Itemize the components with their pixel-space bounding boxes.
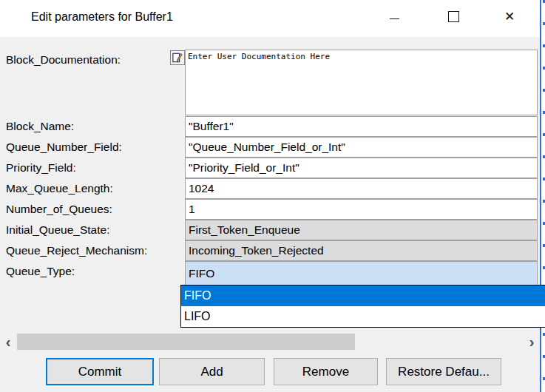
label-priority-field: Priority_Field: (6, 161, 76, 175)
label-queue-reject-mechanism: Queue_Reject_Mechanism: (6, 244, 147, 257)
max-queue-length-input[interactable] (185, 178, 538, 199)
queue-number-field-input[interactable] (185, 137, 538, 158)
background-window-edge (540, 0, 545, 392)
label-queue-number-field: Queue_Number_Field: (6, 141, 122, 154)
edit-pencil-icon (172, 53, 183, 63)
edit-parameters-dialog: Edit parameters for Buffer1 ✕ Block_Docu… (0, 0, 545, 392)
add-button[interactable]: Add (159, 358, 265, 385)
remove-button[interactable]: Remove (274, 358, 378, 385)
block-name-input[interactable] (185, 116, 538, 137)
title-bar: Edit parameters for Buffer1 ✕ (0, 0, 545, 37)
restore-defaults-button[interactable]: Restore Defau... (386, 358, 501, 385)
close-button[interactable]: ✕ (492, 0, 527, 33)
chevron-right-icon: › (529, 334, 535, 351)
scroll-right-button[interactable]: › (524, 333, 540, 351)
chevron-left-icon: ‹ (6, 334, 11, 351)
maximize-icon (448, 11, 459, 22)
label-initial-queue-state: Initial_Queue_State: (6, 223, 109, 237)
label-block-name: Block_Name: (6, 120, 74, 133)
horizontal-scrollbar[interactable]: ‹ › (0, 333, 540, 351)
label-number-of-queues: Number_of_Queues: (6, 203, 112, 216)
scrollbar-thumb[interactable] (17, 334, 355, 350)
minimize-button[interactable] (377, 0, 411, 33)
queue-type-combobox[interactable]: FIFO (185, 261, 538, 285)
window-title: Edit parameters for Buffer1 (31, 10, 173, 24)
queue-reject-mechanism-select[interactable]: Incoming_Token_Rejected (185, 240, 538, 261)
label-block-documentation: Block_Documentation: (6, 53, 121, 67)
documentation-textarea[interactable]: Enter User Documentation Here (185, 50, 538, 115)
close-icon: ✕ (504, 10, 515, 23)
edit-documentation-button[interactable] (170, 50, 185, 65)
dropdown-option-fifo[interactable]: FIFO (181, 285, 545, 306)
commit-button[interactable]: Commit (46, 358, 154, 385)
label-max-queue-length: Max_Queue_Length: (6, 182, 113, 195)
queue-type-dropdown-list: FIFO LIFO (180, 285, 545, 328)
dropdown-option-lifo[interactable]: LIFO (181, 306, 545, 327)
label-queue-type: Queue_Type: (6, 265, 75, 278)
priority-field-input[interactable] (185, 158, 538, 178)
initial-queue-state-select[interactable]: First_Token_Enqueue (185, 220, 538, 240)
scroll-left-button[interactable]: ‹ (0, 333, 16, 351)
maximize-button[interactable] (436, 0, 470, 33)
number-of-queues-input[interactable] (185, 199, 538, 220)
minimize-icon (390, 18, 399, 19)
